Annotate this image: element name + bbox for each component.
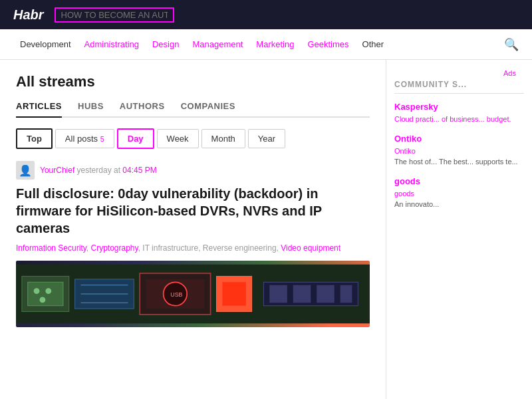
tab-articles[interactable]: ARTICLES <box>16 101 62 118</box>
company-name-goods[interactable]: goods <box>394 176 524 186</box>
company-desc-line1-goods: goods <box>394 190 414 198</box>
svg-rect-15 <box>222 282 245 305</box>
tag-video[interactable]: Video equipment <box>281 243 340 253</box>
filter-week-button[interactable]: Week <box>157 129 199 148</box>
nav-item-other[interactable]: Other <box>356 29 391 59</box>
svg-rect-2 <box>28 282 63 305</box>
publish-timestamp: 04:45 PM <box>122 166 156 175</box>
company-desc-kaspersky: Cloud practi... of business... budget. <box>394 114 524 124</box>
tag-it[interactable]: IT infrastructure <box>142 243 198 253</box>
filter-all-posts-button[interactable]: All posts 5 <box>55 129 114 148</box>
svg-point-4 <box>45 288 51 294</box>
tag-reverse[interactable]: Reverse engineering <box>203 243 277 253</box>
svg-text:USB: USB <box>170 291 182 298</box>
nav-item-marketing[interactable]: Marketing <box>249 29 301 59</box>
content-area: Ads All streams ARTICLES HUBS AUTHORS CO… <box>0 60 386 399</box>
article-title[interactable]: Full disclosure: 0day vulnerability (bac… <box>16 185 370 237</box>
sidebar-company-kaspersky: Kaspersky Cloud practi... of business...… <box>394 102 524 124</box>
filter-year-button[interactable]: Year <box>248 129 285 148</box>
svg-rect-20 <box>340 285 352 303</box>
company-name-ontiko[interactable]: Ontiko <box>394 134 524 144</box>
filter-row: Top All posts 5 Day Week Month Year <box>16 128 370 149</box>
article-tags: Information Security, Cryptography, IT i… <box>16 243 370 253</box>
svg-rect-19 <box>317 285 334 303</box>
main-layout: Ads All streams ARTICLES HUBS AUTHORS CO… <box>0 60 532 399</box>
tab-authors[interactable]: AUTHORS <box>120 101 165 116</box>
article-meta: YourChief yesterday at 04:45 PM <box>16 161 370 180</box>
all-posts-label: All posts <box>65 134 98 144</box>
avatar <box>16 161 35 180</box>
sidebar-company-ontiko: Ontiko Ontiko The host of... The best...… <box>394 134 524 167</box>
filter-month-button[interactable]: Month <box>201 129 245 148</box>
article-meta-text: YourChief yesterday at 04:45 PM <box>40 166 157 175</box>
company-desc-line2-goods: An innovato... <box>394 200 439 208</box>
publish-time: yesterday at <box>77 166 123 175</box>
filter-top-button[interactable]: Top <box>16 128 53 149</box>
svg-point-3 <box>34 288 40 294</box>
tag-infosec[interactable]: Information Security <box>16 243 86 253</box>
top-bar: Habr <box>0 0 532 29</box>
company-name-kaspersky[interactable]: Kaspersky <box>394 102 524 112</box>
sidebar-ads-label: Ads <box>394 66 524 77</box>
svg-rect-17 <box>269 285 287 303</box>
svg-rect-18 <box>293 285 311 303</box>
article-item: YourChief yesterday at 04:45 PM Full dis… <box>16 161 370 327</box>
company-desc-line1-ontiko: Ontiko <box>394 147 416 155</box>
tag-crypto[interactable]: Cryptography <box>91 243 138 253</box>
sidebar-section-title: COMMUNITY S... <box>394 80 524 94</box>
nav-item-management[interactable]: Management <box>186 29 249 59</box>
svg-point-5 <box>39 297 45 303</box>
top-bar-search-input[interactable] <box>55 7 174 23</box>
sidebar-company-goods: goods goods An innovato... <box>394 176 524 209</box>
company-desc-line2-ontiko: The host of... The best... supports te..… <box>394 158 518 166</box>
all-posts-count: 5 <box>100 135 104 143</box>
company-desc-goods: goods An innovato... <box>394 189 524 209</box>
nav-item-development[interactable]: Development <box>13 29 78 59</box>
nav-item-design[interactable]: Design <box>146 29 186 59</box>
tabs-row: ARTICLES HUBS AUTHORS COMPANIES <box>16 101 370 118</box>
author-name: YourChief <box>40 166 74 175</box>
category-nav: Development Administrating Design Manage… <box>0 29 532 60</box>
page-title: All streams <box>16 73 370 90</box>
nav-item-geektimes[interactable]: Geektimes <box>301 29 355 59</box>
search-icon[interactable]: 🔍 <box>504 37 519 52</box>
company-desc-text-kaspersky: Cloud practi... of business... budget. <box>394 115 511 123</box>
nav-item-administrating[interactable]: Administrating <box>78 29 146 59</box>
company-desc-ontiko: Ontiko The host of... The best... suppor… <box>394 146 524 167</box>
article-image: USB <box>16 261 370 327</box>
tab-hubs[interactable]: HUBS <box>78 101 104 116</box>
filter-day-button[interactable]: Day <box>117 128 154 149</box>
tab-companies[interactable]: COMPANIES <box>181 101 235 116</box>
sidebar: Ads COMMUNITY S... Kaspersky Cloud pract… <box>386 60 532 399</box>
logo: Habr <box>13 7 44 23</box>
